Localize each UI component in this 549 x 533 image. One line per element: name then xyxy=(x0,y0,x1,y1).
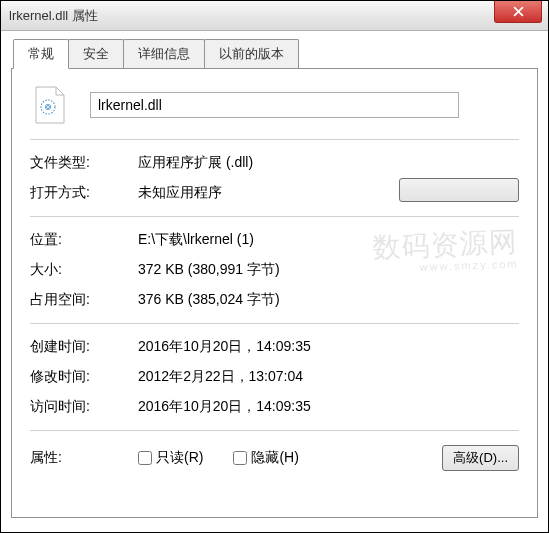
readonly-label: 只读(R) xyxy=(156,449,203,467)
titlebar: lrkernel.dll 属性 xyxy=(1,1,548,31)
row-sizeondisk: 占用空间: 376 KB (385,024 字节) xyxy=(30,285,519,315)
value-sizeondisk: 376 KB (385,024 字节) xyxy=(138,291,519,309)
label-size: 大小: xyxy=(30,261,138,279)
label-accessed: 访问时间: xyxy=(30,398,138,416)
row-location: 位置: E:\下载\lrkernel (1) xyxy=(30,225,519,255)
close-icon xyxy=(513,6,524,17)
hidden-label: 隐藏(H) xyxy=(251,449,298,467)
tab-security[interactable]: 安全 xyxy=(68,39,124,68)
file-icon xyxy=(30,85,70,125)
row-accessed: 访问时间: 2016年10月20日，14:09:35 xyxy=(30,392,519,422)
value-filetype: 应用程序扩展 (.dll) xyxy=(138,154,519,172)
label-openwith: 打开方式: xyxy=(30,184,138,202)
readonly-checkbox-wrap[interactable]: 只读(R) xyxy=(138,449,203,467)
separator xyxy=(30,430,519,431)
tabstrip: 常规 安全 详细信息 以前的版本 xyxy=(13,39,538,68)
row-modified: 修改时间: 2012年2月22日，13:07:04 xyxy=(30,362,519,392)
row-attributes: 属性: 只读(R) 隐藏(H) 高级(D)... xyxy=(30,439,519,477)
row-filetype: 文件类型: 应用程序扩展 (.dll) xyxy=(30,148,519,178)
value-size: 372 KB (380,991 字节) xyxy=(138,261,519,279)
separator xyxy=(30,323,519,324)
tab-previous[interactable]: 以前的版本 xyxy=(204,39,299,68)
label-attributes: 属性: xyxy=(30,449,138,467)
label-filetype: 文件类型: xyxy=(30,154,138,172)
tab-panel-general: 文件类型: 应用程序扩展 (.dll) 打开方式: 未知应用程序 位置: E:\… xyxy=(11,68,538,518)
hidden-checkbox[interactable] xyxy=(233,451,247,465)
window-title: lrkernel.dll 属性 xyxy=(9,7,98,25)
row-created: 创建时间: 2016年10月20日，14:09:35 xyxy=(30,332,519,362)
tab-details[interactable]: 详细信息 xyxy=(123,39,205,68)
change-button[interactable] xyxy=(399,178,519,202)
value-modified: 2012年2月22日，13:07:04 xyxy=(138,368,519,386)
label-modified: 修改时间: xyxy=(30,368,138,386)
advanced-button[interactable]: 高级(D)... xyxy=(442,445,519,471)
value-location: E:\下载\lrkernel (1) xyxy=(138,231,519,249)
separator xyxy=(30,139,519,140)
file-header-row xyxy=(30,85,519,125)
tab-general[interactable]: 常规 xyxy=(13,39,69,69)
hidden-checkbox-wrap[interactable]: 隐藏(H) xyxy=(233,449,298,467)
row-openwith: 打开方式: 未知应用程序 xyxy=(30,178,519,208)
value-created: 2016年10月20日，14:09:35 xyxy=(138,338,519,356)
value-accessed: 2016年10月20日，14:09:35 xyxy=(138,398,519,416)
row-size: 大小: 372 KB (380,991 字节) xyxy=(30,255,519,285)
label-created: 创建时间: xyxy=(30,338,138,356)
label-location: 位置: xyxy=(30,231,138,249)
readonly-checkbox[interactable] xyxy=(138,451,152,465)
dll-file-icon xyxy=(32,85,68,125)
filename-input[interactable] xyxy=(90,92,459,118)
label-sizeondisk: 占用空间: xyxy=(30,291,138,309)
dialog-body: 常规 安全 详细信息 以前的版本 文件类型: 应用程序扩展 (.dll) xyxy=(1,31,548,528)
close-button[interactable] xyxy=(494,1,542,23)
separator xyxy=(30,216,519,217)
